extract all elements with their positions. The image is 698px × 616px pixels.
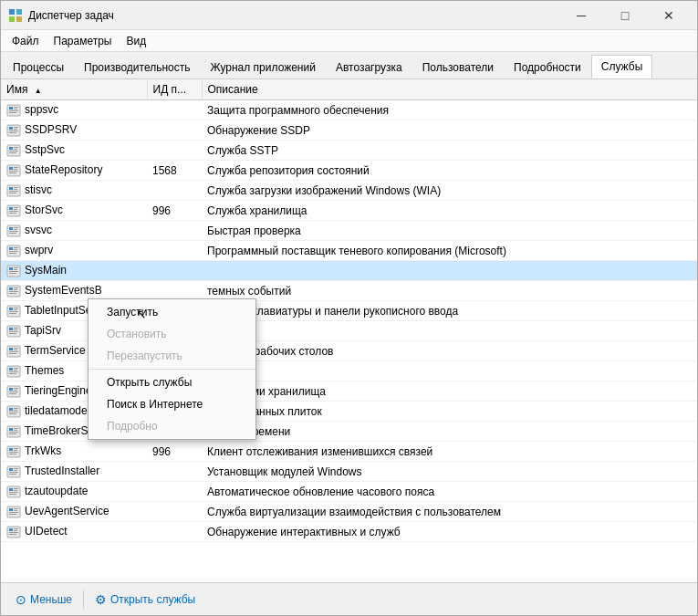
svg-rect-97 [14,410,17,411]
tab-apphistory[interactable]: Журнал приложений [201,55,326,78]
table-row[interactable]: SSDPSRVОбнаружение SSDP [1,120,697,141]
menu-view[interactable]: Вид [119,31,153,51]
tab-details[interactable]: Подробности [504,55,591,78]
service-name-cell: StateRepository [1,161,147,181]
ctx-stop[interactable]: Остановить [89,323,255,345]
menu-file[interactable]: Файл [5,31,47,51]
table-row[interactable]: SysMain [1,261,697,281]
svg-rect-33 [9,193,16,193]
svg-rect-36 [14,207,18,208]
service-pid-cell [147,482,202,502]
table-row[interactable]: StateRepository1568Служба репозитория со… [1,161,697,181]
tab-performance[interactable]: Производительность [74,55,200,78]
svg-rect-117 [9,474,16,475]
svg-rect-111 [9,454,16,454]
svg-rect-62 [9,291,18,292]
svg-rect-84 [14,368,18,369]
table-row[interactable]: UevAgentServiceСлужба виртуализации взаи… [1,502,697,522]
service-name-cell: svsvc [1,221,147,241]
svg-rect-92 [9,392,18,392]
svg-rect-31 [14,189,17,190]
svg-rect-39 [9,213,16,214]
svg-rect-99 [9,413,16,414]
service-pid-cell: 1568 [147,161,202,181]
col-header-description[interactable]: Описание [202,79,697,100]
svg-rect-105 [9,433,16,434]
service-description-cell [202,321,697,341]
table-row[interactable]: svsvcБыстрая проверка [1,221,697,241]
service-pid-cell [147,261,202,281]
close-button[interactable]: ✕ [648,1,690,30]
table-row[interactable]: stisvcСлужба загрузки изображений Window… [1,181,697,201]
svg-rect-123 [9,494,16,495]
ctx-start[interactable]: Запустить [89,301,255,323]
table-row[interactable]: tzautoupdateАвтоматическое обновление ча… [1,482,697,502]
service-description-cell: Служба хранилища [202,201,697,221]
minimize-button[interactable]: ─ [560,1,602,30]
svg-rect-98 [9,412,18,412]
service-description-cell: Программный поставщик теневого копирован… [202,241,697,261]
svg-rect-77 [9,348,13,350]
svg-rect-132 [14,528,18,529]
svg-rect-93 [9,393,16,394]
service-name-cell: UevAgentService [1,502,147,522]
maximize-button[interactable]: □ [604,1,646,30]
table-row[interactable]: UIDetectОбнаружение интерактивных и служ… [1,522,697,542]
svg-rect-86 [9,371,18,372]
menu-options[interactable]: Параметры [47,31,120,51]
svg-rect-29 [9,187,13,190]
svg-rect-42 [14,227,18,228]
svg-rect-134 [9,532,18,533]
svg-rect-104 [9,432,18,433]
svg-rect-2 [9,16,15,22]
ctx-details[interactable]: Подробно [89,415,255,437]
svg-rect-102 [14,428,18,429]
table-row[interactable]: TrustedInstallerУстановщик модулей Windo… [1,462,697,482]
svg-rect-61 [14,289,17,290]
svg-rect-49 [14,249,17,250]
svg-rect-48 [14,247,18,248]
svg-rect-69 [9,313,16,314]
svg-rect-43 [14,229,17,230]
table-row[interactable]: SstpSvcСлужба SSTP [1,141,697,161]
svg-rect-126 [14,508,18,509]
open-services-label: Открыть службы [110,593,195,606]
svg-rect-56 [9,271,18,272]
svg-rect-128 [9,512,18,513]
svg-rect-20 [9,151,18,151]
sort-arrow-icon: ▲ [35,87,42,95]
service-name-cell: SSDPSRV [1,120,147,141]
tab-startup[interactable]: Автозагрузка [326,55,412,78]
ctx-search[interactable]: Поиск в Интернете [89,393,255,415]
svg-rect-8 [9,110,18,111]
less-button[interactable]: ⊙ Меньше [12,590,76,609]
tab-services[interactable]: Службы [591,55,652,78]
svg-rect-57 [9,273,16,274]
tab-users[interactable]: Пользователи [412,55,504,78]
ctx-open-services[interactable]: Открыть службы [89,371,255,393]
table-row[interactable]: sppsvcЗащита программного обеспечения [1,100,697,120]
svg-rect-71 [9,328,13,330]
service-pid-cell [147,241,202,261]
svg-rect-44 [9,231,18,232]
table-row[interactable]: TrkWks996Клиент отслеживания изменившихс… [1,442,697,462]
ctx-restart[interactable]: Перезапустить [89,345,255,367]
svg-rect-83 [9,368,13,371]
tab-processes[interactable]: Процессы [3,55,74,78]
svg-rect-133 [14,530,17,531]
col-header-pid[interactable]: ИД п... [147,79,202,100]
svg-rect-96 [14,408,18,409]
svg-rect-15 [9,132,16,133]
app-icon [8,8,23,23]
svg-rect-75 [9,333,16,334]
menu-bar: Файл Параметры Вид [1,30,697,52]
table-row[interactable]: swprvПрограммный поставщик теневого копи… [1,241,697,261]
svg-rect-131 [9,528,13,531]
svg-rect-114 [14,468,18,469]
service-pid-cell [147,502,202,522]
col-header-name[interactable]: Имя ▲ [1,79,147,100]
table-row[interactable]: StorSvc996Служба хранилища [1,201,697,221]
service-description-cell [202,361,697,381]
open-services-button[interactable]: ⚙ Открыть службы [91,590,199,609]
service-pid-cell: 996 [147,442,202,462]
